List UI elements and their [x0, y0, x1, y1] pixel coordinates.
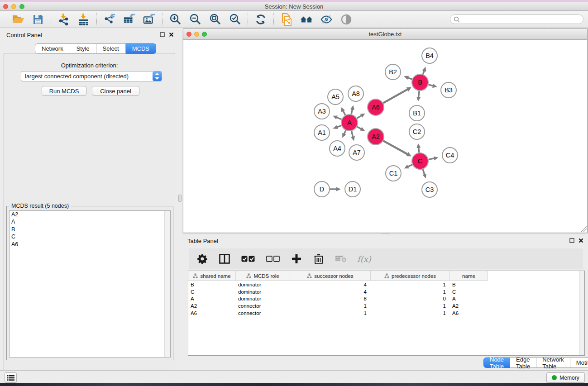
open-folder-icon[interactable]: [12, 13, 24, 26]
result-item[interactable]: A: [10, 218, 170, 225]
import-network-icon[interactable]: [57, 13, 70, 26]
result-scrollbar[interactable]: [164, 211, 170, 357]
node-table[interactable]: shared nameMCDS rolesuccessor nodesprede…: [188, 271, 585, 356]
table-cell[interactable]: C: [188, 289, 236, 295]
column-header-shared-name[interactable]: shared name: [188, 271, 236, 281]
table-row[interactable]: Bdominator41B: [188, 281, 584, 288]
window-resize-grip[interactable]: [581, 226, 587, 232]
table-cell[interactable]: connector: [236, 310, 290, 316]
close-panel-button[interactable]: Close panel: [92, 86, 139, 96]
tab-node-table[interactable]: Node Table: [483, 357, 510, 368]
deselect-all-columns-icon[interactable]: [266, 253, 280, 265]
network-minimize-button[interactable]: [194, 32, 199, 37]
table-cell[interactable]: A2: [450, 303, 488, 309]
table-cell[interactable]: A6: [188, 310, 236, 316]
result-item[interactable]: B: [10, 226, 170, 233]
network-close-button[interactable]: [186, 32, 191, 37]
network-graph[interactable]: AA1A2A3A4A5A6A7A8BB1B2B3B4CC1C2C3C4DD1: [184, 40, 587, 233]
tab-network-table[interactable]: Network Table: [536, 357, 570, 368]
column-header-successor-nodes[interactable]: successor nodes: [290, 271, 371, 281]
table-cell[interactable]: A: [188, 296, 236, 301]
search-field[interactable]: [450, 14, 583, 24]
result-item[interactable]: C: [10, 233, 170, 240]
zoom-selected-icon[interactable]: [229, 13, 241, 26]
refresh-icon[interactable]: [254, 13, 267, 26]
delete-table-icon[interactable]: [335, 253, 347, 265]
tab-style[interactable]: Style: [70, 43, 96, 54]
search-input[interactable]: [460, 15, 583, 23]
column-header-name[interactable]: name: [450, 271, 488, 281]
function-builder-icon[interactable]: f(x): [357, 254, 371, 264]
table-row[interactable]: A2connector11A2: [188, 302, 584, 310]
table-cell[interactable]: A: [450, 296, 488, 301]
table-cell[interactable]: dominator: [236, 282, 290, 287]
table-cell[interactable]: 1: [371, 303, 450, 309]
column-header-MCDS-role[interactable]: MCDS role: [236, 271, 290, 281]
select-all-columns-icon[interactable]: [241, 253, 255, 265]
zoom-fit-icon[interactable]: [209, 13, 221, 26]
table-cell[interactable]: 1: [371, 282, 450, 287]
result-item[interactable]: A6: [10, 241, 170, 248]
graph-edge-A2-C[interactable]: [383, 141, 409, 155]
close-table-panel-icon[interactable]: [578, 238, 583, 243]
table-cell[interactable]: connector: [236, 303, 290, 309]
table-cell[interactable]: B: [450, 282, 488, 287]
network-zoom-button[interactable]: [202, 32, 207, 37]
export-network-icon[interactable]: [103, 13, 116, 26]
task-history-button[interactable]: [5, 372, 17, 383]
close-window-button[interactable]: [3, 4, 8, 9]
table-row[interactable]: Adominator80A: [188, 295, 584, 302]
vertical-splitter-grip[interactable]: [178, 195, 182, 202]
close-panel-icon[interactable]: [169, 32, 174, 37]
table-cell[interactable]: dominator: [236, 289, 290, 295]
table-cell[interactable]: C: [450, 289, 488, 295]
table-scrollbar[interactable]: [579, 271, 584, 355]
zoom-window-button[interactable]: [19, 4, 24, 9]
table-cell[interactable]: 0: [371, 296, 450, 301]
table-cell[interactable]: A2: [188, 303, 236, 309]
float-table-panel-icon[interactable]: [569, 238, 574, 243]
zoom-in-icon[interactable]: [169, 13, 182, 26]
graph-edge-A6-B[interactable]: [383, 89, 409, 103]
network-canvas[interactable]: AA1A2A3A4A5A6A7A8BB1B2B3B4CC1C2C3C4DD1: [184, 40, 587, 233]
table-cell[interactable]: 1: [371, 289, 450, 295]
export-table-icon[interactable]: [123, 13, 136, 26]
home-views-icon[interactable]: [300, 13, 313, 26]
table-cell[interactable]: B: [188, 282, 236, 287]
export-image-icon[interactable]: [143, 13, 156, 26]
table-cell[interactable]: 4: [290, 289, 371, 295]
copy-network-view-icon[interactable]: [280, 13, 293, 26]
tab-edge-table[interactable]: Edge Table: [510, 357, 536, 368]
memory-button[interactable]: Memory: [546, 372, 585, 383]
show-graphics-details-icon[interactable]: [340, 13, 353, 26]
table-row[interactable]: A6connector11A6: [188, 310, 584, 317]
tab-mcds[interactable]: MCDS: [126, 43, 156, 54]
hide-selected-icon[interactable]: [320, 13, 333, 26]
tab-motifs[interactable]: Motifs: [570, 357, 588, 368]
tab-network[interactable]: Network: [35, 43, 70, 54]
mcds-result-list[interactable]: A2ABCA6: [9, 210, 171, 357]
float-panel-icon[interactable]: [160, 32, 165, 37]
minimize-window-button[interactable]: [11, 4, 16, 9]
table-cell[interactable]: 1: [290, 303, 371, 309]
add-column-icon[interactable]: [291, 253, 302, 265]
network-window-titlebar[interactable]: testGlobe.txt: [183, 29, 587, 40]
settings-gear-icon[interactable]: [196, 253, 208, 265]
table-cell[interactable]: 1: [371, 310, 450, 316]
split-view-icon[interactable]: [219, 253, 230, 265]
import-table-icon[interactable]: [77, 13, 90, 26]
optimization-criterion-select[interactable]: largest connected component (directed): [21, 71, 162, 81]
zoom-out-icon[interactable]: [189, 13, 201, 26]
save-icon[interactable]: [32, 13, 44, 26]
table-cell[interactable]: 8: [290, 296, 371, 301]
tab-select[interactable]: Select: [96, 43, 126, 54]
delete-columns-trash-icon[interactable]: [313, 253, 325, 265]
column-header-predecessor-nodes[interactable]: predecessor nodes: [371, 271, 450, 281]
run-mcds-button[interactable]: Run MCDS: [42, 86, 86, 96]
table-cell[interactable]: dominator: [236, 296, 290, 301]
table-cell[interactable]: 1: [290, 310, 371, 316]
table-cell[interactable]: 4: [290, 282, 371, 287]
table-cell[interactable]: A6: [450, 310, 488, 316]
table-row[interactable]: Cdominator41C: [188, 288, 584, 295]
result-item[interactable]: A2: [10, 211, 170, 218]
